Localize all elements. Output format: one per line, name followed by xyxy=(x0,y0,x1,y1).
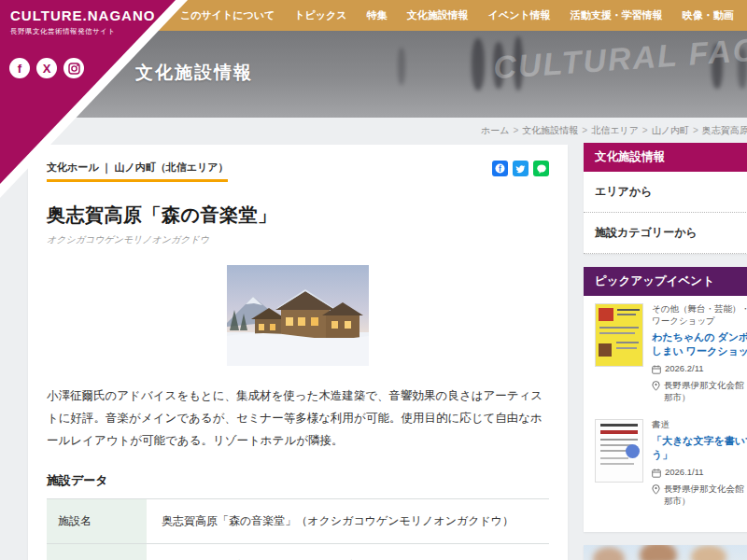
event-category: その他（舞台・芸能）・民俗芸能 ワークショップ xyxy=(652,303,747,328)
nav-item-features[interactable]: 特集 xyxy=(367,8,388,22)
site-logo[interactable]: CULTURE.NAGANO 長野県文化芸術情報発信サイト xyxy=(10,7,155,36)
line-share-icon[interactable] xyxy=(533,161,549,176)
table-row: 施設名 奥志賀高原「森の音楽堂」（オクシガコウゲンモリノオンガクドウ） xyxy=(47,499,549,544)
location-pin-icon xyxy=(652,484,660,495)
event-date: 2026.1/11 xyxy=(652,467,747,479)
instagram-icon[interactable] xyxy=(63,58,84,78)
event-venue: 長野県伊那文化会館（伊那市） xyxy=(652,380,747,404)
site-logo-text: CULTURE.NAGANO xyxy=(10,7,155,23)
crumb-home[interactable]: ホーム xyxy=(481,125,509,135)
location-pin-icon xyxy=(652,381,660,391)
crumb-area[interactable]: 北信エリア xyxy=(591,125,639,135)
nav-item-topics[interactable]: トピックス xyxy=(294,8,346,22)
facility-description: 小澤征爾氏のアドバイスをもとに、集成材を使った木造建築で、音響効果の良さはアーテ… xyxy=(47,385,549,452)
event-item: 書道 「大きな文字を書いてみよ う」 2026.1/11 xyxy=(595,419,747,508)
social-links: f X xyxy=(9,58,84,78)
nav-item-support[interactable]: 活動支援・学習情報 xyxy=(571,8,663,22)
page-title: 文化施設情報 xyxy=(135,61,253,85)
crumb-separator: > xyxy=(642,125,648,135)
facility-photo xyxy=(227,265,369,366)
svg-text:f: f xyxy=(499,164,501,174)
skater-silhouette xyxy=(472,38,485,91)
row-label: 住所 xyxy=(47,544,147,560)
crumb-current: 奥志賀高原「森の音楽堂」 xyxy=(702,125,747,135)
nav-item-facilities[interactable]: 文化施設情報 xyxy=(407,8,469,22)
event-category: 書道 xyxy=(652,419,747,431)
hero-watermark: CULTURAL FACILITIES xyxy=(492,31,747,86)
sidebar-item-category[interactable]: 施設カテゴリーから xyxy=(584,213,747,254)
share-buttons: f xyxy=(492,161,549,176)
crumb-separator: > xyxy=(582,125,587,135)
pickup-heading: ピックアップイベント xyxy=(584,267,747,296)
event-item: その他（舞台・芸能）・民俗芸能 ワークショップ わたちゃんの ダンボール しまい… xyxy=(595,303,747,404)
twitter-share-icon[interactable] xyxy=(513,161,529,176)
facility-kana: オクシガコウゲンモリノオンガクドウ xyxy=(47,233,549,246)
skater-silhouette xyxy=(398,48,405,85)
facility-data-table: 施設名 奥志賀高原「森の音楽堂」（オクシガコウゲンモリノオンガクドウ） 住所 〒… xyxy=(47,498,549,560)
row-label: 施設名 xyxy=(47,499,147,544)
event-venue: 長野県伊那文化会館（伊那市） xyxy=(652,483,747,508)
category-label[interactable]: 文化ホール ｜ 山ノ内町（北信エリア） xyxy=(47,161,228,182)
facility-nav-heading: 文化施設情報 xyxy=(584,143,747,172)
event-thumbnail[interactable] xyxy=(595,303,643,367)
x-icon[interactable]: X xyxy=(36,58,57,78)
calendar-icon xyxy=(652,469,661,478)
crumb-separator: > xyxy=(693,125,698,135)
crumb-facilities[interactable]: 文化施設情報 xyxy=(522,125,578,135)
event-title-link[interactable]: わたちゃんの ダンボール しまい ワークショップ xyxy=(652,330,747,359)
table-row: 住所 〒381-0405 下高井郡山ノ内町奥志賀高原 xyxy=(47,544,549,560)
row-value: 〒381-0405 下高井郡山ノ内町奥志賀高原 xyxy=(147,544,549,560)
site-tagline: 長野県文化芸術情報発信サイト xyxy=(10,27,155,36)
row-value: 奥志賀高原「森の音楽堂」（オクシガコウゲンモリノオンガクドウ） xyxy=(147,499,549,544)
event-date: 2026.2/11 xyxy=(652,363,747,375)
breadcrumb: ホーム>文化施設情報>北信エリア>山ノ内町>奥志賀高原「森の音楽堂」 xyxy=(481,124,747,137)
facebook-icon[interactable]: f xyxy=(9,58,30,78)
facility-title: 奥志賀高原「森の音楽堂」 xyxy=(47,203,549,228)
event-title-link[interactable]: 「大きな文字を書いてみよ う」 xyxy=(652,434,747,463)
facebook-share-icon[interactable]: f xyxy=(492,161,508,176)
sidebar: 文化施設情報 エリアから 施設カテゴリーから ピックアップイベント xyxy=(584,143,747,560)
sidebar-item-area[interactable]: エリアから xyxy=(584,172,747,213)
facility-data-heading: 施設データ xyxy=(47,472,549,489)
sidebar-banner[interactable]: ©MDATA xyxy=(584,545,747,560)
nav-item-events[interactable]: イベント情報 xyxy=(488,8,551,22)
calendar-icon xyxy=(652,365,661,374)
event-thumbnail[interactable] xyxy=(595,419,643,483)
facility-nav-box: 文化施設情報 エリアから 施設カテゴリーから xyxy=(584,143,747,254)
crumb-town[interactable]: 山ノ内町 xyxy=(652,125,689,135)
nav-item-about[interactable]: このサイトについて xyxy=(180,8,275,22)
crumb-separator: > xyxy=(513,125,518,135)
article-card: 文化ホール ｜ 山ノ内町（北信エリア） f 奥志賀高原「森の音楽堂」 xyxy=(28,145,568,560)
pickup-events-box: ピックアップイベント その他（舞台・芸能）・民俗芸能 ワークショップ xyxy=(584,267,747,532)
nav-item-videos[interactable]: 映像・動画 xyxy=(683,8,734,22)
